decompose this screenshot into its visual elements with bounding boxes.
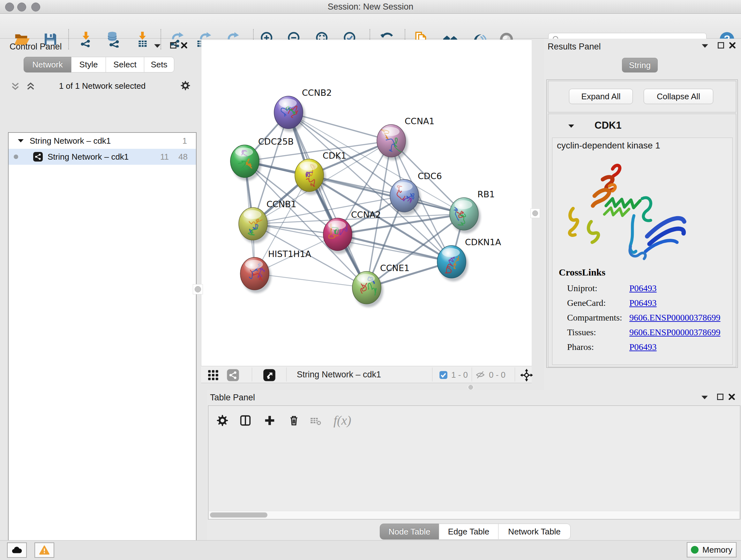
- crosslink-row: Tissues:9606.ENSP00000378699: [567, 325, 727, 340]
- network-share-icon: [33, 152, 43, 162]
- crosslink-label: Tissues:: [567, 327, 629, 337]
- grid-view-icon[interactable]: [206, 368, 220, 382]
- table-panel-collapse-icon[interactable]: [700, 393, 710, 402]
- table-panel-title: Table Panel: [210, 393, 255, 402]
- control-panel-float-icon[interactable]: [169, 41, 178, 50]
- expand-all-networks-icon[interactable]: [10, 81, 20, 91]
- network-share-view-icon[interactable]: [226, 368, 240, 382]
- cloud-status-button[interactable]: [7, 543, 27, 558]
- right-splitter-handle[interactable]: [530, 208, 540, 218]
- network-edge[interactable]: [255, 273, 367, 288]
- network-node-HIST1H1A[interactable]: HIST1H1A: [240, 249, 312, 290]
- table-panel-box: f(x): [208, 406, 740, 519]
- open-view-icon[interactable]: [262, 368, 276, 382]
- crosslink-label: Uniprot:: [567, 283, 629, 294]
- selected-checkbox-icon[interactable]: [439, 370, 448, 380]
- network-node-label: CCNA2: [351, 210, 381, 220]
- tab-select[interactable]: Select: [106, 57, 144, 72]
- crosslink-label: Compartments:: [567, 313, 629, 323]
- window-close-button[interactable]: [5, 3, 14, 11]
- network-edge-count: 48: [179, 152, 188, 162]
- network-view-title: String Network – cdk1: [297, 370, 381, 380]
- memory-label: Memory: [702, 545, 732, 555]
- expand-all-button[interactable]: Expand All: [569, 89, 633, 104]
- table-tabs: Node TableEdge TableNetwork Table: [380, 523, 570, 540]
- protein-detail-box: cyclin-dependent kinase 1: [552, 138, 733, 365]
- network-node-label: CCNE1: [380, 263, 409, 273]
- control-panel-collapse-icon[interactable]: [152, 41, 162, 51]
- tab-network-table[interactable]: Network Table: [498, 523, 570, 540]
- table-panel-float-icon[interactable]: [716, 392, 725, 401]
- control-panel-close-icon[interactable]: [179, 41, 189, 50]
- tab-edge-table[interactable]: Edge Table: [439, 523, 498, 540]
- network-label: String Network – cdk1: [48, 152, 129, 162]
- bottom-splitter-handle[interactable]: [467, 385, 474, 389]
- collection-expand-icon[interactable]: [17, 138, 24, 143]
- results-panel-float-icon[interactable]: [716, 41, 726, 50]
- results-panel-close-icon[interactable]: [728, 41, 737, 50]
- crosslink-label: Pharos:: [567, 342, 629, 352]
- title-bar: Session: New Session: [0, 0, 741, 14]
- crosslink-value-link[interactable]: 9606.ENSP00000378699: [629, 313, 720, 323]
- cloud-icon: [11, 546, 22, 554]
- main-toolbar: ?: [0, 14, 741, 39]
- network-node-label: CCNB1: [266, 199, 296, 209]
- delete-column-trash-icon[interactable]: [287, 414, 300, 427]
- results-panel-collapse-icon[interactable]: [700, 41, 710, 51]
- network-row[interactable]: String Network – cdk1 11 48: [9, 149, 196, 165]
- tab-node-table[interactable]: Node Table: [380, 523, 439, 540]
- show-columns-icon[interactable]: [239, 414, 252, 427]
- toolbar-separator: [515, 368, 515, 381]
- toolbar-separator: [472, 368, 472, 381]
- network-list-header: 1 of 1 Network selected: [8, 78, 197, 94]
- results-panel: Results Panel String Expand All Collapse…: [544, 39, 741, 390]
- network-graph: CCNB2CCNA1CDC25BCDK1CDC6RB1CCNB1CCNA2CDK…: [201, 40, 532, 366]
- table-settings-gear-icon[interactable]: [216, 414, 229, 427]
- left-splitter-handle[interactable]: [193, 284, 203, 294]
- tab-string[interactable]: String: [622, 58, 658, 72]
- tab-sets[interactable]: Sets: [144, 57, 174, 72]
- crosslink-row: Uniprot:P06493: [567, 281, 727, 296]
- protein-description: cyclin-dependent kinase 1: [557, 140, 660, 151]
- network-canvas[interactable]: CCNB2CCNA1CDC25BCDK1CDC6RB1CCNB1CCNA2CDK…: [201, 40, 532, 366]
- network-collection-row[interactable]: String Network – cdk1 1: [9, 133, 196, 149]
- control-panel-tabs: NetworkStyleSelectSets: [23, 57, 174, 72]
- tab-style[interactable]: Style: [71, 57, 106, 72]
- warning-status-button[interactable]: [35, 543, 54, 558]
- network-node-label: CDK1: [323, 151, 347, 161]
- crosslink-value-link[interactable]: P06493: [629, 298, 657, 308]
- status-bar: Memory: [0, 540, 741, 560]
- crosslink-value-link[interactable]: P06493: [629, 342, 657, 352]
- table-hscrollbar-thumb[interactable]: [210, 512, 267, 517]
- crosslink-value-link[interactable]: P06493: [629, 283, 657, 294]
- collapse-all-networks-icon[interactable]: [26, 81, 36, 91]
- network-node-CDC25B[interactable]: CDC25B: [230, 137, 293, 178]
- window-zoom-button[interactable]: [31, 3, 40, 11]
- collapse-all-button[interactable]: Collapse All: [644, 89, 713, 104]
- network-node-label: CDKN1A: [465, 237, 501, 247]
- add-column-icon[interactable]: [263, 414, 276, 427]
- network-node-label: CDC6: [418, 171, 442, 181]
- tab-network[interactable]: Network: [23, 57, 71, 72]
- crosslink-value-link[interactable]: 9606.ENSP00000378699: [629, 327, 720, 337]
- window-minimize-button[interactable]: [17, 3, 26, 11]
- results-panel-title: Results Panel: [548, 42, 601, 52]
- crosslink-row: GeneCard:P06493: [567, 296, 727, 310]
- network-node-CDKN1A[interactable]: CDKN1A: [437, 237, 501, 278]
- table-panel-close-icon[interactable]: [727, 392, 737, 401]
- delete-table-icon: [309, 415, 322, 428]
- network-edge[interactable]: [288, 112, 367, 288]
- network-node-RB1[interactable]: RB1: [450, 189, 495, 230]
- crosslink-row: Compartments:9606.ENSP00000378699: [567, 310, 727, 325]
- section-collapse-icon[interactable]: [568, 124, 575, 129]
- network-node-label: CCNB2: [302, 88, 332, 98]
- network-node-label: CDC25B: [258, 137, 293, 146]
- collection-count: 1: [183, 136, 187, 146]
- protein-structure-image: [562, 156, 696, 264]
- memory-button[interactable]: Memory: [687, 542, 737, 557]
- crosslink-label: GeneCard:: [567, 298, 629, 308]
- birds-eye-view-icon[interactable]: [520, 368, 534, 382]
- control-panel: Control Panel NetworkStyleSelectSets 1 o…: [0, 39, 201, 540]
- network-options-gear-icon[interactable]: [181, 81, 190, 90]
- toolbar-separator: [432, 368, 432, 381]
